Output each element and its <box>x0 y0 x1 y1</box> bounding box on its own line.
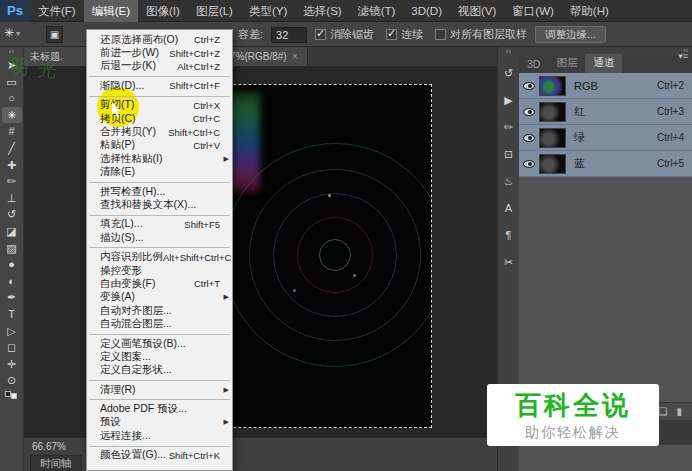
menu-item[interactable]: 粘贴(P) Ctrl+V <box>87 139 232 152</box>
menu-item[interactable]: 查找和替换文本(X)... <box>87 198 232 211</box>
notes-panel-icon[interactable]: ♨ <box>499 171 519 192</box>
checkbox-icon[interactable] <box>315 29 326 40</box>
tool-presets-panel-icon[interactable]: ✂ <box>499 252 519 273</box>
menubar-item[interactable]: 3D(D) <box>403 0 450 22</box>
menubar-item[interactable]: 图层(L) <box>188 0 241 22</box>
menu-item[interactable]: 预设 ▶ <box>87 416 232 429</box>
expand-dock-icon[interactable]: ‹‹ <box>506 47 511 57</box>
panel-tab[interactable]: 通道 <box>585 54 622 73</box>
menubar-item[interactable]: 类型(Y) <box>241 0 295 22</box>
clone-source-panel-icon[interactable]: ⊡ <box>499 144 519 165</box>
menu-item[interactable]: 选择性粘贴(I) ▶ <box>87 152 232 165</box>
menu-item[interactable]: 剪切(T) Ctrl+X <box>87 99 232 112</box>
menu-item[interactable]: 操控变形 <box>87 264 232 277</box>
menu-item[interactable]: 描边(S)... <box>87 231 232 244</box>
panel-tab[interactable]: 图层 <box>548 54 585 73</box>
menu-item[interactable]: 颜色设置(G)... Shift+Ctrl+K <box>87 449 232 462</box>
actions-panel-icon[interactable]: ▶ <box>499 90 519 111</box>
menubar-item[interactable]: 图像(I) <box>138 0 188 22</box>
menubar-item[interactable]: 选择(S) <box>295 0 349 22</box>
menu-item[interactable]: 内容识别比例 Alt+Shift+Ctrl+C <box>87 250 232 263</box>
menu-item-label: 变换(A) <box>100 290 135 304</box>
history-brush-tool-icon[interactable]: ↺ <box>2 206 22 223</box>
character-panel-icon[interactable]: A <box>499 198 519 219</box>
menu-item[interactable]: 定义自定形状... <box>87 364 232 377</box>
watermark-subtitle: 助你轻松解决 <box>487 424 659 442</box>
menu-item[interactable]: 渐隐(D)... Shift+Ctrl+F <box>87 79 232 92</box>
pen-tool-icon[interactable]: ✒ <box>2 289 22 306</box>
menubar-item[interactable]: 帮助(H) <box>562 0 617 22</box>
visibility-eye-icon[interactable] <box>523 160 535 168</box>
menu-item[interactable]: 自动混合图层... <box>87 317 232 330</box>
option-checkbox[interactable]: 对所有图层取样 <box>435 27 527 42</box>
menu-item[interactable]: 合并拷贝(Y) Shift+Ctrl+C <box>87 125 232 138</box>
menu-item-label: 预设 <box>100 415 121 429</box>
hand-tool-icon[interactable]: ✛ <box>2 356 22 373</box>
visibility-eye-icon[interactable] <box>523 82 535 90</box>
history-panel-icon[interactable]: ↺ <box>499 63 519 84</box>
option-checkbox[interactable]: 消除锯齿 <box>315 27 374 42</box>
delete-channel-icon[interactable]: ▮ <box>676 406 682 417</box>
menu-item-label: 前进一步(W) <box>100 46 159 60</box>
menu-item[interactable]: 前进一步(W) Shift+Ctrl+Z <box>87 46 232 59</box>
menu-item[interactable]: 还原选择画布(O) Ctrl+Z <box>87 33 232 46</box>
zoom-tool-icon[interactable]: ⊙ <box>2 372 22 389</box>
close-tab-icon[interactable]: × <box>292 47 298 66</box>
menubar-item[interactable]: 滤镜(T) <box>350 0 404 22</box>
type-tool-icon[interactable]: T <box>2 306 22 323</box>
panel-tab[interactable]: 3D <box>519 56 548 73</box>
tool-preset-badge[interactable]: ✳ ▾ <box>4 26 20 40</box>
menubar-item[interactable]: 文件(F) <box>30 0 84 22</box>
path-selection-tool-icon[interactable]: ▷ <box>2 323 22 340</box>
channel-row[interactable]: 红 Ctrl+3 <box>519 99 692 125</box>
menu-item[interactable]: 自由变换(F) Ctrl+T <box>87 277 232 290</box>
menu-item[interactable]: 变换(A) ▶ <box>87 291 232 304</box>
blur-tool-icon[interactable]: ● <box>2 256 22 273</box>
menu-item[interactable]: 清除(E) <box>87 166 232 179</box>
menu-item-shortcut: Alt+Shift+Ctrl+C <box>163 252 233 263</box>
menu-item[interactable]: 后退一步(K) Alt+Ctrl+Z <box>87 60 232 73</box>
menu-item[interactable]: 定义画笔预设(B)... <box>87 337 232 350</box>
checkbox-icon[interactable] <box>435 29 446 40</box>
channel-row[interactable]: RGB Ctrl+2 <box>519 73 692 99</box>
brush-panel-icon[interactable]: ✏ <box>499 117 519 138</box>
menu-item[interactable]: 拷贝(C) Ctrl+C <box>87 112 232 125</box>
menubar-item[interactable]: 编辑(E) <box>84 0 138 22</box>
eyedropper-tool-icon[interactable]: ╱ <box>2 140 22 157</box>
menubar-item[interactable]: 视图(V) <box>450 0 504 22</box>
visibility-eye-icon[interactable] <box>523 134 535 142</box>
new-channel-icon[interactable]: ❏ <box>659 406 668 417</box>
visibility-eye-icon[interactable] <box>523 108 535 116</box>
lasso-tool-icon[interactable]: ○ <box>2 90 22 107</box>
checkbox-icon[interactable] <box>386 29 397 40</box>
zoom-level-indicator[interactable]: 66.67% <box>32 441 66 452</box>
gradient-tool-icon[interactable]: ▨ <box>2 240 22 257</box>
tab-timeline[interactable]: 时间轴 <box>30 455 82 471</box>
channel-row[interactable]: 蓝 Ctrl+5 <box>519 151 692 177</box>
menu-item[interactable]: 远程连接... <box>87 429 232 442</box>
healing-brush-tool-icon[interactable]: ✚ <box>2 157 22 174</box>
magic-wand-tool-icon[interactable]: ✳ <box>2 107 22 124</box>
menu-item[interactable]: 拼写检查(H)... <box>87 185 232 198</box>
menu-item[interactable]: 定义图案... <box>87 350 232 363</box>
shape-tool-icon[interactable]: ◻ <box>2 339 22 356</box>
menubar-item[interactable]: 窗口(W) <box>504 0 562 22</box>
refine-edge-button[interactable]: 调整边缘... <box>535 26 606 43</box>
clone-stamp-tool-icon[interactable]: ⊥ <box>2 190 22 207</box>
menu-item[interactable]: 自动对齐图层... <box>87 304 232 317</box>
swap-colors-icon[interactable] <box>5 391 19 399</box>
brush-tool-icon[interactable]: ✏ <box>2 173 22 190</box>
menu-item[interactable]: Adobe PDF 预设... <box>87 402 232 415</box>
dodge-tool-icon[interactable]: ◐ <box>2 273 22 290</box>
menu-item[interactable]: 填充(L)... Shift+F5 <box>87 218 232 231</box>
eraser-tool-icon[interactable]: ◪ <box>2 223 22 240</box>
tolerance-input[interactable]: 32 <box>271 27 307 43</box>
crop-tool-icon[interactable]: # <box>2 123 22 140</box>
channel-row[interactable]: 绿 Ctrl+4 <box>519 125 692 151</box>
option-checkbox[interactable]: 连续 <box>386 27 423 42</box>
tolerance-label: 容差: <box>238 27 263 42</box>
selection-mode-icon[interactable]: ▣ <box>46 26 63 43</box>
menu-item[interactable]: 清理(R) ▶ <box>87 383 232 396</box>
panel-menu-icon[interactable]: ▾≡ <box>678 51 688 61</box>
paragraph-panel-icon[interactable]: ¶ <box>499 225 519 246</box>
